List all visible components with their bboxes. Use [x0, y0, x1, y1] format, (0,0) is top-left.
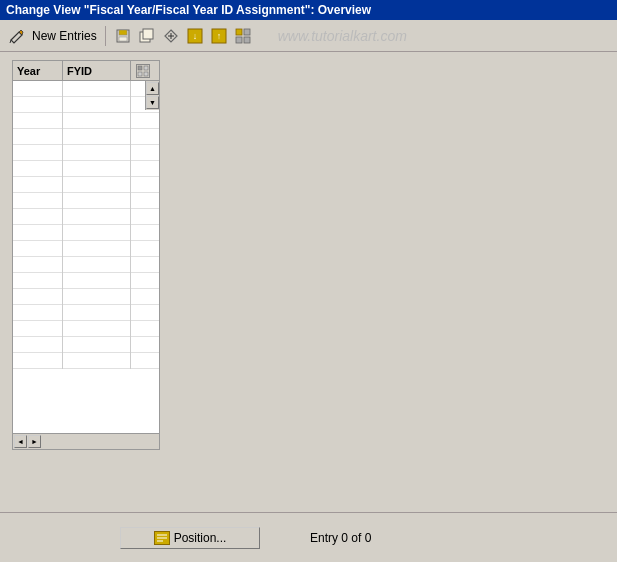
data-table: Year FYID ▲ ▼ [12, 60, 160, 450]
table-row [13, 97, 159, 113]
svg-line-0 [10, 40, 11, 43]
table-row [13, 353, 159, 369]
watermark-text: www.tutorialkart.com [278, 28, 407, 44]
table-row [13, 113, 159, 129]
svg-rect-19 [138, 72, 142, 76]
import-icon[interactable]: ↓ [186, 27, 204, 45]
scroll-right-button[interactable]: ► [28, 435, 41, 448]
pencil-icon[interactable] [8, 27, 26, 45]
scroll-left-button[interactable]: ◄ [14, 435, 27, 448]
table-row [13, 321, 159, 337]
position-button-label: Position... [174, 531, 227, 545]
scroll-down-button[interactable]: ▼ [146, 96, 159, 109]
table-row [13, 145, 159, 161]
table-row [13, 193, 159, 209]
column-header-fyid: FYID [63, 61, 131, 80]
main-content: Year FYID ▲ ▼ [0, 52, 617, 512]
table-row [13, 289, 159, 305]
table-row [13, 81, 159, 97]
table-row [13, 257, 159, 273]
svg-text:↓: ↓ [192, 31, 197, 41]
svg-rect-3 [119, 37, 127, 41]
table-row [13, 177, 159, 193]
export-icon[interactable]: ↑ [210, 27, 228, 45]
save-icon[interactable] [114, 27, 132, 45]
column-header-icon [131, 61, 155, 80]
svg-rect-5 [143, 29, 153, 39]
svg-rect-18 [144, 66, 148, 70]
svg-rect-15 [236, 37, 242, 43]
svg-rect-16 [244, 37, 250, 43]
scroll-up-button[interactable]: ▲ [146, 82, 159, 95]
arrow-icon[interactable] [162, 27, 180, 45]
table-row [13, 241, 159, 257]
entry-status: Entry 0 of 0 [310, 531, 371, 545]
separator-1 [105, 26, 106, 46]
table-body [13, 81, 159, 435]
grid-layout-icon[interactable] [234, 27, 252, 45]
svg-text:↑: ↑ [216, 31, 221, 41]
svg-rect-17 [138, 66, 142, 70]
copy-icon[interactable] [138, 27, 156, 45]
toolbar: New Entries ↓ ↑ [0, 20, 617, 52]
table-row [13, 161, 159, 177]
title-text: Change View "Fiscal Year/Fiscal Year ID … [6, 3, 371, 17]
title-bar: Change View "Fiscal Year/Fiscal Year ID … [0, 0, 617, 20]
position-icon [154, 531, 170, 545]
table-row [13, 273, 159, 289]
bottom-bar: Position... Entry 0 of 0 [0, 512, 617, 562]
svg-rect-14 [244, 29, 250, 35]
svg-rect-20 [144, 72, 148, 76]
table-row [13, 209, 159, 225]
table-row [13, 129, 159, 145]
svg-rect-13 [236, 29, 242, 35]
new-entries-button[interactable]: New Entries [32, 29, 97, 43]
column-header-year: Year [13, 61, 63, 80]
table-header: Year FYID [13, 61, 159, 81]
svg-rect-2 [119, 30, 127, 35]
position-button[interactable]: Position... [120, 527, 260, 549]
table-row [13, 225, 159, 241]
table-row [13, 305, 159, 321]
table-row [13, 337, 159, 353]
